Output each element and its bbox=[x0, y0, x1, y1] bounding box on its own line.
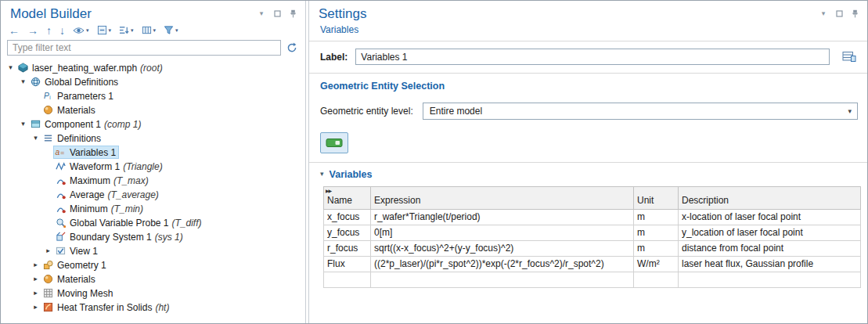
tree-item-global-definitions[interactable]: ▾Global Definitions bbox=[1, 75, 305, 89]
chevron-right-icon[interactable]: ▸ bbox=[31, 304, 41, 311]
tree-item-waveform-1[interactable]: Waveform 1(Triangle) bbox=[1, 160, 305, 174]
cell-expression[interactable]: sqrt((x-x_focus)^2+(y-y_focus)^2) bbox=[371, 240, 634, 256]
tree-item-component-1[interactable]: ▾Component 1(comp 1) bbox=[1, 117, 305, 131]
cell-unit[interactable]: m bbox=[634, 225, 679, 240]
show-variable-list-button[interactable] bbox=[839, 49, 859, 66]
tree-item-definitions[interactable]: ▾Definitions bbox=[1, 131, 305, 146]
tree-item-maximum[interactable]: Maximum(T_max) bbox=[1, 174, 305, 188]
label-input[interactable] bbox=[355, 49, 830, 65]
column-header-description: Description bbox=[679, 186, 861, 209]
minimum-icon bbox=[54, 203, 67, 214]
tree-item-global-variable-probe-1[interactable]: Global Variable Probe 1(T_diff) bbox=[1, 216, 305, 230]
cell-description[interactable]: x-location of laser focal point bbox=[679, 209, 861, 225]
divider bbox=[309, 73, 867, 74]
model-builder-title: Model Builder bbox=[10, 6, 92, 22]
tree-item-tag: (Triangle) bbox=[123, 161, 162, 172]
divider bbox=[309, 162, 867, 163]
chevron-right-icon[interactable]: ▸ bbox=[31, 261, 41, 268]
tree-item-boundary-system-1[interactable]: Boundary System 1(sys 1) bbox=[1, 230, 305, 244]
cell-expression[interactable]: 0[m] bbox=[371, 225, 634, 240]
chevron-right-icon[interactable]: ▸ bbox=[31, 275, 41, 283]
cell-unit[interactable]: m bbox=[634, 209, 679, 225]
cell-unit[interactable]: W/m² bbox=[634, 256, 679, 272]
tree-item-variables-1[interactable]: a=Variables 1 bbox=[1, 146, 305, 160]
column-header-expression: Expression bbox=[371, 186, 634, 209]
column-header-unit: Unit bbox=[634, 186, 679, 209]
empty-variable-row bbox=[324, 272, 861, 287]
tree-item-geometry-1[interactable]: ▸Geometry 1 bbox=[1, 258, 305, 272]
chevron-right-icon[interactable]: ▸ bbox=[43, 247, 53, 254]
empty-cell[interactable] bbox=[324, 272, 371, 287]
settings-window-controls: ▾ bbox=[819, 6, 859, 18]
empty-cell[interactable] bbox=[679, 272, 861, 287]
geometric-entity-selection-heading: Geometric Entity Selection bbox=[320, 81, 856, 92]
component-icon bbox=[29, 119, 41, 130]
cell-name[interactable]: x_focus bbox=[324, 209, 371, 225]
filter-icon bbox=[164, 25, 174, 35]
tree-item-minimum[interactable]: Minimum(T_min) bbox=[1, 202, 305, 216]
float-panel-icon[interactable] bbox=[834, 9, 844, 18]
tree-item-label: Global Variable Probe 1 bbox=[70, 218, 169, 229]
model-builder-panel: Model Builder ▾ ←→↑↓▾▾▾▾▾ ▾laser_heating… bbox=[1, 1, 306, 323]
cell-name[interactable]: r_focus bbox=[324, 240, 371, 256]
tree-item-tag: (root) bbox=[140, 63, 163, 74]
model-tree-sort-button[interactable]: ▾ bbox=[119, 25, 134, 35]
active-toggle-icon bbox=[326, 137, 343, 149]
show-button[interactable]: ▾ bbox=[73, 26, 89, 35]
filter-button[interactable]: ▾ bbox=[164, 25, 178, 35]
cell-expression[interactable]: ((2*p_laser)/(pi*r_spot^2))*exp(-(2*r_fo… bbox=[371, 256, 634, 272]
back-button[interactable]: ← bbox=[9, 25, 20, 36]
settings-title: Settings bbox=[319, 6, 366, 22]
tree-item-tag: (sys 1) bbox=[155, 232, 183, 243]
tree-item-label: Component 1 bbox=[45, 119, 101, 130]
chevron-right-icon[interactable]: ▸ bbox=[31, 290, 41, 297]
chevron-down-icon[interactable]: ▾ bbox=[31, 135, 41, 142]
float-panel-icon[interactable] bbox=[272, 9, 282, 18]
filter-input[interactable] bbox=[7, 40, 281, 56]
cell-name[interactable]: y_focus bbox=[324, 225, 371, 240]
panel-menu-icon[interactable]: ▾ bbox=[819, 9, 828, 18]
variables-table-body: x_focusr_wafer*Triangle(t/period)mx-loca… bbox=[324, 209, 861, 287]
panel-menu-icon[interactable]: ▾ bbox=[257, 9, 266, 18]
forward-button[interactable]: → bbox=[27, 25, 38, 36]
chevron-down-icon[interactable]: ▾ bbox=[18, 121, 28, 128]
move-up-button[interactable]: ↑ bbox=[46, 25, 52, 36]
geometric-entity-level-select[interactable]: Entire model ▾ bbox=[423, 103, 858, 120]
tree-item-heat-transfer-in-solids[interactable]: ▸Heat Transfer in Solids(ht) bbox=[1, 301, 305, 315]
cell-expression[interactable]: r_wafer*Triangle(t/period) bbox=[371, 209, 634, 225]
filter-row bbox=[1, 38, 305, 59]
label-field-row: Label: bbox=[320, 49, 859, 66]
tree-item-materials[interactable]: ▸Materials bbox=[1, 272, 305, 286]
moving-mesh-icon bbox=[41, 288, 54, 299]
variables-table-header-row: ▶▶NameExpressionUnitDescription bbox=[324, 186, 861, 209]
collapse-all-button[interactable]: ▾ bbox=[97, 25, 112, 35]
pin-panel-icon[interactable] bbox=[288, 9, 297, 18]
heat-transfer-icon bbox=[41, 302, 54, 313]
move-down-button[interactable]: ↓ bbox=[59, 25, 65, 36]
active-selection-toggle[interactable] bbox=[320, 132, 348, 153]
tree-item-materials[interactable]: Materials bbox=[1, 103, 305, 117]
cell-name[interactable]: Flux bbox=[324, 256, 371, 272]
back-icon: ← bbox=[9, 25, 20, 36]
tree-item-tag: (T_average) bbox=[107, 189, 158, 200]
columns-button[interactable]: ▾ bbox=[142, 25, 157, 35]
tree-item-view-1[interactable]: ▸View 1 bbox=[1, 244, 305, 258]
chevron-down-icon[interactable]: ▾ bbox=[18, 78, 28, 85]
cell-description[interactable]: distance from focal point bbox=[679, 240, 861, 256]
average-icon bbox=[54, 189, 67, 200]
variable-row-y-focus: y_focus0[m]my_location of laser focal po… bbox=[324, 225, 861, 240]
chevron-down-icon[interactable]: ▾ bbox=[5, 64, 16, 71]
tree-item-laser-heating-wafer-mph[interactable]: ▾laser_heating_wafer.mph(root) bbox=[1, 61, 305, 75]
pin-panel-icon[interactable] bbox=[850, 9, 859, 18]
empty-cell[interactable] bbox=[634, 272, 679, 287]
tree-item-moving-mesh[interactable]: ▸Moving Mesh bbox=[1, 286, 305, 301]
empty-cell[interactable] bbox=[371, 272, 634, 287]
tree-item-average[interactable]: Average(T_average) bbox=[1, 188, 305, 202]
cell-description[interactable]: y_location of laser focal point bbox=[679, 225, 861, 240]
cell-unit[interactable]: m bbox=[634, 240, 679, 256]
tree-item-parameters-1[interactable]: PiParameters 1 bbox=[1, 89, 305, 103]
definitions-icon bbox=[41, 133, 54, 144]
cell-description[interactable]: laser heat flux, Gaussian profile bbox=[679, 256, 861, 272]
section-collapse-icon[interactable]: ▾ bbox=[320, 171, 324, 178]
refresh-icon[interactable] bbox=[286, 42, 297, 53]
